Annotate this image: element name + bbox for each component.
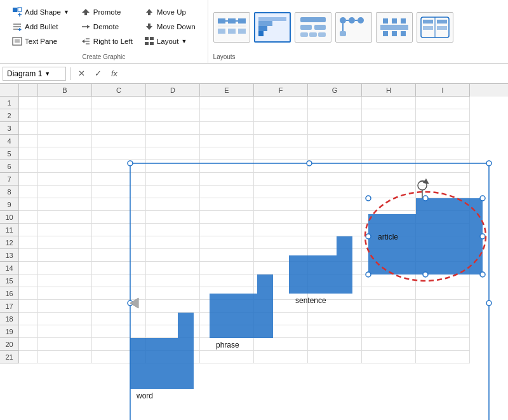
cell[interactable] [38,351,92,363]
cell[interactable] [19,249,38,262]
col-header-d[interactable]: D [146,84,200,97]
cell[interactable] [200,186,254,198]
cell[interactable] [19,300,38,313]
cell[interactable] [362,198,416,211]
cell[interactable] [254,135,308,147]
cell[interactable] [308,236,362,249]
cell[interactable] [200,300,254,313]
col-header-b[interactable]: B [38,84,92,97]
layout-icon-2[interactable] [254,12,291,43]
cell[interactable] [92,224,146,236]
cell[interactable] [200,351,254,363]
cell[interactable] [254,109,308,122]
layout-icon-4[interactable] [335,12,372,43]
cell[interactable] [146,249,200,262]
cell[interactable] [362,338,416,351]
cell[interactable] [362,325,416,338]
demote-button[interactable]: Demote [76,20,137,34]
cell[interactable] [362,97,416,109]
cell[interactable] [308,351,362,363]
cell[interactable] [200,198,254,211]
cell[interactable] [38,109,92,122]
cell[interactable] [92,186,146,198]
cell[interactable] [416,186,470,198]
cell[interactable] [416,274,470,287]
cell[interactable] [92,147,146,160]
cell[interactable] [19,160,38,173]
cell[interactable] [92,135,146,147]
cell[interactable] [200,325,254,338]
cell[interactable] [362,262,416,274]
cell[interactable] [416,97,470,109]
cell[interactable] [38,147,92,160]
cell[interactable] [146,313,200,325]
cell[interactable] [146,147,200,160]
cell[interactable] [254,147,308,160]
cell[interactable] [254,224,308,236]
cell[interactable] [416,109,470,122]
right-to-left-button[interactable]: Right to Left [76,34,137,48]
cell[interactable] [92,313,146,325]
cell[interactable] [19,109,38,122]
cell[interactable] [308,338,362,351]
cell[interactable] [200,236,254,249]
cell[interactable] [38,160,92,173]
cell[interactable] [92,274,146,287]
cell[interactable] [19,135,38,147]
promote-button[interactable]: Promote [76,5,137,19]
cell[interactable] [362,274,416,287]
cell[interactable] [308,313,362,325]
cell[interactable] [200,224,254,236]
cell[interactable] [362,186,416,198]
cell[interactable] [416,198,470,211]
layout-icon-3[interactable] [295,12,331,43]
cell[interactable] [19,97,38,109]
cell[interactable] [254,325,308,338]
cell[interactable] [146,224,200,236]
cell[interactable] [254,274,308,287]
cell[interactable] [92,198,146,211]
cell[interactable] [416,313,470,325]
cell[interactable] [38,211,92,224]
cell[interactable] [200,160,254,173]
move-down-button[interactable]: Move Down [140,20,200,34]
cancel-formula-button[interactable]: ✕ [74,67,88,81]
formula-input[interactable] [124,67,505,81]
cell[interactable] [362,249,416,262]
col-header-i[interactable]: I [416,84,470,97]
cell[interactable] [92,300,146,313]
col-header-h[interactable]: H [362,84,416,97]
cell[interactable] [38,97,92,109]
cell[interactable] [254,236,308,249]
cell[interactable] [38,186,92,198]
cell[interactable] [416,122,470,135]
cell[interactable] [200,97,254,109]
cell[interactable] [200,249,254,262]
cell[interactable] [308,262,362,274]
col-header-a[interactable] [19,84,38,97]
cell[interactable] [254,287,308,300]
cell[interactable] [308,135,362,147]
cell[interactable] [146,198,200,211]
cell[interactable] [254,173,308,186]
cell[interactable] [308,198,362,211]
cell[interactable] [19,262,38,274]
cell[interactable] [38,262,92,274]
cell[interactable] [38,173,92,186]
layout-icon-5[interactable] [376,12,413,43]
cell[interactable] [308,109,362,122]
cell[interactable] [146,122,200,135]
cell[interactable] [92,122,146,135]
cell[interactable] [200,122,254,135]
cell[interactable] [146,300,200,313]
cell[interactable] [146,338,200,351]
cell[interactable] [19,173,38,186]
cell[interactable] [200,211,254,224]
cell[interactable] [200,313,254,325]
cell[interactable] [146,236,200,249]
cell[interactable] [19,338,38,351]
cell[interactable] [362,351,416,363]
cell[interactable] [38,249,92,262]
cell[interactable] [254,160,308,173]
cell[interactable] [362,160,416,173]
